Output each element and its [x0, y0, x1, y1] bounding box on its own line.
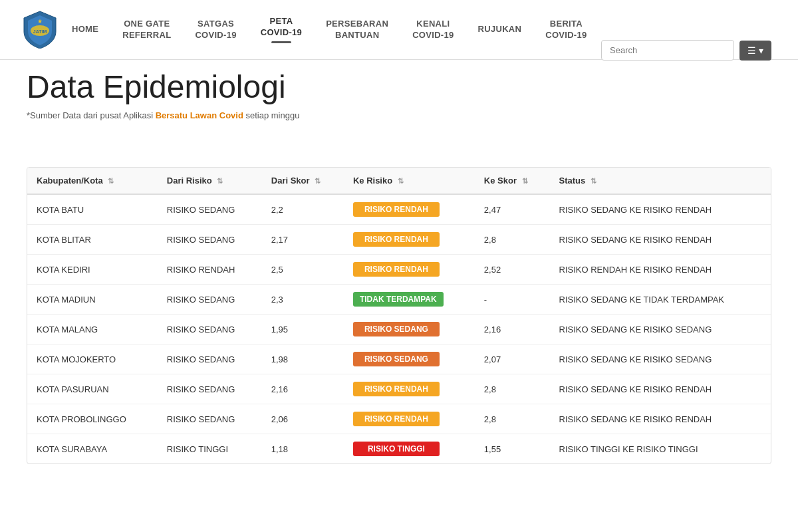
- col-dari-skor[interactable]: Dari Skor ⇅: [262, 168, 344, 194]
- cell-kabupaten: KOTA BLITAR: [27, 225, 158, 255]
- table-row: KOTA MOJOKERTO RISIKO SEDANG 1,98 RISIKO…: [27, 344, 771, 374]
- svg-text:★: ★: [37, 18, 43, 25]
- risk-badge: RISIKO SEDANG: [353, 322, 440, 336]
- cell-dari-risiko: RISIKO TINGGI: [158, 434, 262, 464]
- cell-kabupaten: KOTA PROBOLINGGO: [27, 404, 158, 434]
- search-input[interactable]: [601, 40, 734, 61]
- cell-status: RISIKO SEDANG KE RISIKO RENDAH: [550, 225, 771, 255]
- cell-ke-risiko: RISIKO RENDAH: [344, 194, 475, 225]
- cell-status: RISIKO SEDANG KE RISIKO SEDANG: [550, 344, 771, 374]
- nav-item[interactable]: BERITACOVID-19: [533, 19, 598, 41]
- risk-badge: RISIKO RENDAH: [353, 382, 440, 396]
- cell-ke-skor: 2,8: [475, 404, 550, 434]
- cell-ke-risiko: RISIKO RENDAH: [344, 404, 475, 434]
- cell-status: RISIKO SEDANG KE RISIKO RENDAH: [550, 194, 771, 225]
- page-title: Data Epidemiologi: [27, 68, 771, 105]
- cell-dari-skor: 2,5: [262, 255, 344, 285]
- cell-ke-skor: 2,47: [475, 194, 550, 225]
- cell-dari-skor: 2,17: [262, 225, 344, 255]
- sort-icon: ⇅: [108, 177, 114, 186]
- cell-ke-skor: 2,16: [475, 315, 550, 344]
- cell-ke-risiko: RISIKO SEDANG: [344, 344, 475, 374]
- cell-dari-risiko: RISIKO SEDANG: [158, 374, 262, 404]
- cell-ke-risiko: RISIKO RENDAH: [344, 374, 475, 404]
- cell-kabupaten: KOTA MOJOKERTO: [27, 344, 158, 374]
- cell-ke-skor: 2,07: [475, 344, 550, 374]
- table-row: KOTA SURABAYA RISIKO TINGGI 1,18 RISIKO …: [27, 434, 771, 464]
- table-row: KOTA BATU RISIKO SEDANG 2,2 RISIKO RENDA…: [27, 194, 771, 225]
- cell-ke-risiko: TIDAK TERDAMPAK: [344, 285, 475, 315]
- nav-item[interactable]: PETACOVID-19: [249, 16, 314, 43]
- nav-item[interactable]: PERSEBARANBANTUAN: [314, 19, 400, 41]
- risk-badge: RISIKO RENDAH: [353, 262, 440, 277]
- risk-badge: RISIKO RENDAH: [353, 412, 440, 426]
- cell-ke-risiko: RISIKO SEDANG: [344, 315, 475, 344]
- cell-dari-skor: 1,98: [262, 344, 344, 374]
- nav-item[interactable]: RUJUKAN: [466, 24, 534, 35]
- cell-kabupaten: KOTA KEDIRI: [27, 255, 158, 285]
- table-row: KOTA MALANG RISIKO SEDANG 1,95 RISIKO SE…: [27, 315, 771, 344]
- nav-item[interactable]: HOME: [60, 24, 110, 35]
- cell-dari-risiko: RISIKO SEDANG: [158, 344, 262, 374]
- cell-kabupaten: KOTA MALANG: [27, 315, 158, 344]
- sort-icon: ⇅: [398, 177, 404, 186]
- risk-badge: RISIKO RENDAH: [353, 232, 440, 247]
- col-status[interactable]: Status ⇅: [550, 168, 771, 194]
- cell-dari-risiko: RISIKO RENDAH: [158, 255, 262, 285]
- view-toggle-button[interactable]: ☰ ▾: [739, 41, 771, 61]
- cell-ke-risiko: RISIKO TINGGI: [344, 434, 475, 464]
- col-ke-skor[interactable]: Ke Skor ⇅: [475, 168, 550, 194]
- cell-dari-risiko: RISIKO SEDANG: [158, 404, 262, 434]
- cell-dari-risiko: RISIKO SEDANG: [158, 194, 262, 225]
- main-content: ☰ ▾ Data Epidemiologi *Sumber Data dari …: [0, 60, 798, 484]
- cell-dari-skor: 1,18: [262, 434, 344, 464]
- risk-badge: RISIKO RENDAH: [353, 202, 440, 217]
- cell-ke-skor: 2,8: [475, 225, 550, 255]
- nav-item[interactable]: ONE GATEREFERRAL: [110, 19, 183, 41]
- data-table-wrapper: Kabupaten/Kota ⇅ Dari Risiko ⇅ Dari Skor…: [27, 167, 771, 464]
- table-header: Kabupaten/Kota ⇅ Dari Risiko ⇅ Dari Skor…: [27, 168, 771, 194]
- table-row: KOTA BLITAR RISIKO SEDANG 2,17 RISIKO RE…: [27, 225, 771, 255]
- cell-status: RISIKO SEDANG KE TIDAK TERDAMPAK: [550, 285, 771, 315]
- col-ke-risiko[interactable]: Ke Risiko ⇅: [344, 168, 475, 194]
- cell-dari-skor: 2,3: [262, 285, 344, 315]
- cell-ke-skor: 1,55: [475, 434, 550, 464]
- table-body: KOTA BATU RISIKO SEDANG 2,2 RISIKO RENDA…: [27, 194, 771, 464]
- table-row: KOTA PASURUAN RISIKO SEDANG 2,16 RISIKO …: [27, 374, 771, 404]
- cell-kabupaten: KOTA SURABAYA: [27, 434, 158, 464]
- cell-status: RISIKO SEDANG KE RISIKO SEDANG: [550, 315, 771, 344]
- nav-item[interactable]: KENALICOVID-19: [400, 19, 466, 41]
- page-subtitle: *Sumber Data dari pusat Aplikasi Bersatu…: [27, 110, 771, 120]
- cell-ke-skor: 2,8: [475, 374, 550, 404]
- sort-icon: ⇅: [522, 177, 528, 186]
- cell-dari-skor: 1,95: [262, 315, 344, 344]
- cell-status: RISIKO TINGGI KE RISIKO TINGGI: [550, 434, 771, 464]
- cell-dari-skor: 2,16: [262, 374, 344, 404]
- risk-badge: RISIKO SEDANG: [353, 352, 440, 366]
- sort-icon: ⇅: [315, 177, 321, 186]
- nav-item[interactable]: SATGASCOVID-19: [183, 19, 248, 41]
- table-row: KOTA KEDIRI RISIKO RENDAH 2,5 RISIKO REN…: [27, 255, 771, 285]
- risk-badge: RISIKO TINGGI: [353, 442, 440, 456]
- table-row: KOTA PROBOLINGGO RISIKO SEDANG 2,06 RISI…: [27, 404, 771, 434]
- cell-ke-risiko: RISIKO RENDAH: [344, 225, 475, 255]
- cell-dari-risiko: RISIKO SEDANG: [158, 225, 262, 255]
- cell-ke-skor: 2,52: [475, 255, 550, 285]
- sort-icon: ⇅: [217, 177, 223, 186]
- risk-badge: TIDAK TERDAMPAK: [353, 292, 444, 307]
- cell-kabupaten: KOTA MADIUN: [27, 285, 158, 315]
- cell-dari-risiko: RISIKO SEDANG: [158, 285, 262, 315]
- cell-ke-skor: -: [475, 285, 550, 315]
- logo: JATIM ★: [20, 9, 60, 51]
- cell-status: RISIKO RENDAH KE RISIKO RENDAH: [550, 255, 771, 285]
- col-kabupaten[interactable]: Kabupaten/Kota ⇅: [27, 168, 158, 194]
- cell-dari-skor: 2,2: [262, 194, 344, 225]
- svg-text:JATIM: JATIM: [33, 29, 47, 34]
- grid-icon: ☰: [747, 45, 756, 56]
- cell-dari-skor: 2,06: [262, 404, 344, 434]
- cell-dari-risiko: RISIKO SEDANG: [158, 315, 262, 344]
- data-table: Kabupaten/Kota ⇅ Dari Risiko ⇅ Dari Skor…: [27, 168, 771, 464]
- cell-ke-risiko: RISIKO RENDAH: [344, 255, 475, 285]
- col-dari-risiko[interactable]: Dari Risiko ⇅: [158, 168, 262, 194]
- nav-items: HOMEONE GATEREFERRALSATGASCOVID-19PETACO…: [60, 16, 599, 43]
